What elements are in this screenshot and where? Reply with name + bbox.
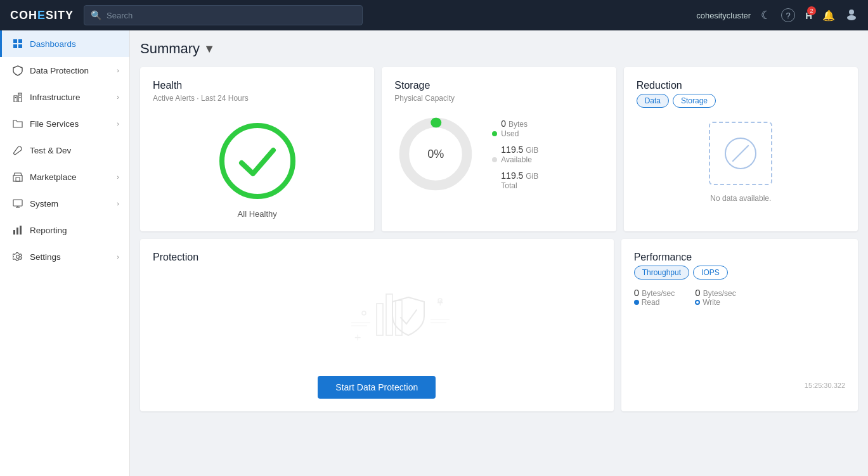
chevron-right-icon: ›	[117, 120, 119, 127]
store-icon	[12, 171, 23, 183]
chart-icon	[12, 224, 23, 236]
search-bar[interactable]: 🔍	[84, 5, 363, 25]
no-data-text: No data available.	[710, 194, 771, 203]
sidebar-item-system[interactable]: System ›	[0, 190, 129, 217]
sidebar-item-data-protection[interactable]: Data Protection ›	[0, 57, 129, 84]
health-card: Health Active Alerts · Last 24 Hours All…	[140, 67, 374, 231]
user-icon[interactable]	[845, 8, 858, 23]
sidebar-item-label: Marketplace	[30, 172, 110, 182]
chevron-right-icon: ›	[117, 173, 119, 181]
storage-total-value: 119.5 GiB	[501, 170, 538, 181]
protection-illustration: + +	[313, 266, 440, 361]
storage-donut: 0%	[394, 113, 477, 195]
svg-point-19	[16, 255, 20, 259]
summary-dropdown-icon[interactable]: ▼	[204, 42, 215, 56]
svg-rect-12	[16, 177, 20, 181]
protection-card: Protection	[140, 239, 614, 411]
bottom-cards-row: Protection	[140, 239, 858, 411]
svg-point-1	[847, 15, 856, 20]
svg-rect-11	[13, 176, 22, 181]
content-area: Summary ▼ Health Active Alerts · Last 24…	[130, 30, 868, 476]
sidebar-item-dashboards[interactable]: Dashboards	[0, 30, 129, 57]
health-status-text: All Healthy	[238, 209, 277, 219]
perf-read-value: 0 Bytes/sec	[634, 287, 675, 298]
sidebar-item-label: Dashboards	[30, 39, 119, 49]
protection-card-title: Protection	[153, 252, 601, 263]
performance-tab-group: Throughput IOPS	[634, 266, 845, 280]
health-status-wrapper: All Healthy	[153, 123, 361, 219]
chevron-right-icon: ›	[117, 200, 119, 207]
start-data-protection-button[interactable]: Start Data Protection	[318, 376, 436, 399]
storage-total-item: 119.5 GiB Total	[492, 170, 538, 190]
monitor-icon	[12, 198, 23, 209]
sidebar-item-label: Infrastructure	[30, 93, 110, 102]
sidebar-item-infrastructure[interactable]: Infrastructure ›	[0, 84, 129, 110]
available-dot	[492, 157, 497, 162]
storage-card-subtitle: Physical Capacity	[394, 94, 603, 103]
sidebar-item-test-dev[interactable]: Test & Dev	[0, 137, 129, 164]
svg-rect-23	[386, 294, 392, 335]
reduction-tab-data[interactable]: Data	[637, 94, 669, 108]
reduction-tab-storage[interactable]: Storage	[673, 94, 716, 108]
chevron-right-icon: ›	[117, 253, 119, 261]
search-input[interactable]	[107, 11, 356, 20]
top-cards-row: Health Active Alerts · Last 24 Hours All…	[140, 67, 858, 231]
bell-icon[interactable]: 🔔	[822, 10, 835, 22]
reduction-tab-group: Data Storage	[637, 94, 845, 108]
svg-point-25	[362, 311, 366, 315]
sidebar-item-file-services[interactable]: File Services ›	[0, 110, 129, 137]
svg-rect-22	[377, 304, 383, 335]
health-card-subtitle: Active Alerts · Last 24 Hours	[153, 94, 249, 103]
sidebar: Dashboards Data Protection › Infrastruct…	[0, 30, 130, 476]
used-dot	[492, 131, 497, 136]
performance-chart-area	[634, 312, 845, 382]
moon-icon[interactable]: ☾	[761, 8, 771, 22]
performance-tab-iops[interactable]: IOPS	[693, 266, 728, 280]
chevron-right-icon: ›	[117, 93, 119, 101]
performance-card: Performance Throughput IOPS 0 Bytes/sec …	[621, 239, 858, 411]
svg-rect-5	[18, 44, 22, 48]
sidebar-item-label: Test & Dev	[30, 146, 119, 155]
storage-available-label: Available	[492, 155, 538, 164]
svg-text:+: +	[354, 331, 361, 344]
performance-timestamp: 15:25:30.322	[634, 382, 845, 389]
page-title: Summary	[140, 41, 200, 57]
storage-card-inner: 0% 0 Bytes Used	[394, 113, 603, 195]
perf-write-value: 0 Bytes/sec	[695, 287, 736, 298]
storage-used-label: Used	[492, 129, 538, 138]
gear-icon	[12, 251, 23, 262]
health-circle	[219, 123, 295, 199]
sidebar-item-settings[interactable]: Settings ›	[0, 243, 129, 270]
nav-right: cohesitycluster ☾ ? H 2 🔔	[696, 8, 858, 23]
svg-rect-17	[16, 228, 18, 235]
sidebar-item-label: System	[30, 199, 110, 209]
help-icon[interactable]: ?	[781, 8, 795, 22]
sidebar-item-reporting[interactable]: Reporting	[0, 217, 129, 243]
no-data-box	[709, 122, 772, 185]
svg-rect-10	[20, 97, 21, 98]
sidebar-item-marketplace[interactable]: Marketplace ›	[0, 164, 129, 190]
sidebar-item-label: File Services	[30, 119, 110, 129]
sidebar-item-label: Reporting	[30, 226, 119, 235]
storage-percent: 0%	[427, 148, 444, 161]
performance-stats: 0 Bytes/sec Read 0 Bytes/sec	[634, 287, 845, 307]
storage-card-title: Storage	[394, 80, 603, 91]
svg-rect-16	[13, 230, 15, 235]
svg-rect-18	[20, 226, 22, 235]
storage-used-item: 0 Bytes Used	[492, 119, 538, 138]
svg-rect-8	[15, 97, 16, 98]
page-header: Summary ▼	[140, 41, 858, 57]
svg-point-0	[849, 10, 854, 15]
top-navigation: COHESITY 🔍 cohesitycluster ☾ ? H 2 🔔	[0, 0, 868, 30]
storage-used-value: 0 Bytes	[501, 119, 538, 129]
storage-legend: 0 Bytes Used 119.5 GiB	[492, 119, 538, 190]
wrench-icon	[12, 145, 23, 156]
perf-read-stat: 0 Bytes/sec Read	[634, 287, 675, 307]
performance-tab-throughput[interactable]: Throughput	[634, 266, 689, 280]
buildings-icon	[12, 91, 23, 103]
no-data-slash	[732, 145, 749, 162]
app-logo: COHESITY	[10, 9, 74, 22]
storage-card: Storage Physical Capacity 0% 0 Bytes	[382, 67, 616, 231]
perf-read-label: Read	[634, 298, 675, 307]
helm-icon[interactable]: H 2	[805, 9, 812, 22]
